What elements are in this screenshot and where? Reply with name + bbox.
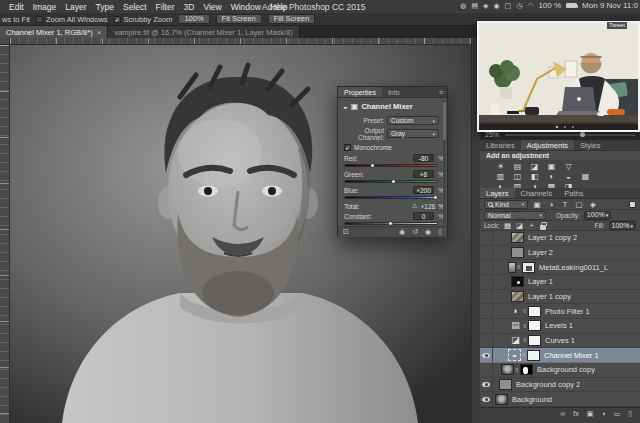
- blue-value-box[interactable]: +200: [413, 186, 434, 194]
- status-icon-4[interactable]: ◉: [493, 2, 499, 10]
- new-group-icon[interactable]: ▭: [614, 410, 621, 418]
- visibility-toggle[interactable]: [480, 334, 493, 348]
- visibility-toggle[interactable]: [480, 392, 493, 406]
- checkbox-icon[interactable]: [36, 16, 43, 23]
- document-tab-active[interactable]: Channel Mixer 1, RGB/8*) ×: [0, 26, 108, 38]
- eye-icon[interactable]: [482, 397, 490, 402]
- new-adjustment-layer-icon[interactable]: ◑: [601, 410, 605, 417]
- eye-icon[interactable]: [482, 353, 490, 358]
- tab-properties[interactable]: Properties: [338, 87, 382, 97]
- tab-libraries[interactable]: Libraries: [480, 140, 521, 150]
- layer-row[interactable]: ▤ ∞ Levels 1: [480, 319, 640, 334]
- layer-row[interactable]: ◗ ∞ Photo Filter 1: [480, 304, 640, 319]
- lock-transparency-icon[interactable]: ▦: [504, 221, 512, 230]
- green-value-box[interactable]: +8: [413, 170, 434, 178]
- channel-mixer-layer-icon[interactable]: ◒: [508, 349, 521, 361]
- layer-row[interactable]: Layer 1 copy: [480, 290, 640, 305]
- visibility-toggle[interactable]: [480, 275, 493, 289]
- visibility-toggle[interactable]: [480, 290, 493, 304]
- hue-saturation-icon[interactable]: ▥: [494, 172, 507, 182]
- tab-info[interactable]: Info: [382, 87, 406, 97]
- layer-mask-thumbnail[interactable]: [528, 320, 541, 331]
- exposure-icon[interactable]: ▣: [545, 162, 558, 172]
- visibility-toggle[interactable]: [480, 304, 493, 318]
- eye-icon[interactable]: [482, 382, 490, 387]
- tab-styles[interactable]: Styles: [574, 140, 606, 150]
- layer-row[interactable]: Layer 1 copy 2: [480, 231, 640, 246]
- close-tab-icon[interactable]: ×: [97, 28, 102, 37]
- color-lookup-icon[interactable]: ▦: [579, 172, 592, 182]
- status-icon-1[interactable]: ◍: [460, 2, 466, 10]
- lock-move-icon[interactable]: +: [528, 221, 536, 230]
- filter-shape-icon[interactable]: ▢: [574, 200, 584, 209]
- output-channel-dropdown[interactable]: Gray ▾: [387, 129, 439, 138]
- menu-item-layer[interactable]: Layer: [65, 2, 86, 12]
- black-white-icon[interactable]: ◧: [528, 172, 541, 182]
- photo-filter-layer-icon[interactable]: ◗: [509, 306, 522, 317]
- document-tab-inactive[interactable]: vampire.tif @ 16,7% (Channel Mixer 1, La…: [108, 26, 300, 38]
- panel-scrollbar[interactable]: [443, 100, 446, 224]
- menu-item-view[interactable]: View: [203, 2, 221, 12]
- layer-thumbnail[interactable]: [511, 232, 524, 243]
- menu-item-3d[interactable]: 3D: [184, 2, 195, 12]
- wifi-icon[interactable]: ◠: [527, 2, 533, 10]
- tweet-share-label[interactable]: Tweet: [607, 22, 627, 29]
- layer-row-selected[interactable]: ◒ ∞ Channel Mixer 1: [480, 348, 640, 363]
- layer-thumbnail[interactable]: [511, 276, 524, 287]
- tab-channels[interactable]: Channels: [515, 188, 559, 198]
- filter-adjustment-icon[interactable]: ◑: [546, 200, 556, 209]
- layer-row[interactable]: Layer 2: [480, 246, 640, 261]
- fill-screen-button[interactable]: Fill Screen: [268, 14, 315, 24]
- preset-dropdown[interactable]: Custom ▾: [387, 116, 439, 125]
- curves-layer-icon[interactable]: ◪: [509, 335, 522, 346]
- vertical-ruler[interactable]: [0, 45, 10, 423]
- reset-icon[interactable]: ↺: [412, 228, 418, 236]
- layer-mask-thumbnail[interactable]: [528, 335, 541, 346]
- red-slider-thumb[interactable]: [370, 163, 375, 168]
- visibility-toggle[interactable]: [480, 231, 493, 245]
- add-layer-mask-icon[interactable]: ▣: [587, 410, 594, 418]
- visibility-toggle[interactable]: [480, 378, 493, 392]
- menu-item-select[interactable]: Select: [123, 2, 147, 12]
- layer-thumbnail[interactable]: [495, 394, 508, 405]
- blue-slider-track[interactable]: [344, 196, 438, 199]
- layer-thumbnail[interactable]: [501, 364, 514, 375]
- levels-icon[interactable]: ▤: [511, 162, 524, 172]
- visibility-eye-icon[interactable]: ◉: [425, 228, 431, 236]
- levels-layer-icon[interactable]: ▤: [509, 320, 522, 331]
- fill-value[interactable]: 100% ▾: [609, 221, 636, 230]
- delete-layer-icon[interactable]: ▯: [628, 410, 632, 418]
- opacity-value[interactable]: 100% ▾: [584, 211, 611, 220]
- filter-smart-object-icon[interactable]: ◈: [588, 200, 598, 209]
- status-icon-6[interactable]: ◷: [516, 2, 522, 10]
- checkbox-checked-icon[interactable]: ✓: [114, 16, 121, 23]
- menu-item-edit[interactable]: Edit: [9, 2, 24, 12]
- green-slider-thumb[interactable]: [391, 179, 396, 184]
- filtering-toggle-icon[interactable]: [629, 201, 636, 208]
- constant-value-box[interactable]: 0: [413, 212, 434, 220]
- delete-adjustment-icon[interactable]: ▯: [438, 228, 442, 236]
- panel-menu-icon[interactable]: ≡: [435, 87, 447, 97]
- layer-row[interactable]: ∞ Background copy: [480, 363, 640, 378]
- layer-row[interactable]: Background copy 2: [480, 378, 640, 393]
- channel-mixer-icon[interactable]: ◒: [562, 172, 575, 182]
- layer-thumbnail[interactable]: [511, 291, 524, 302]
- vibrance-icon[interactable]: ▽: [562, 162, 575, 172]
- menu-item-filter[interactable]: Filter: [156, 2, 175, 12]
- blue-slider-thumb[interactable]: [433, 195, 438, 200]
- fit-screen-button[interactable]: Fit Screen: [216, 14, 262, 24]
- tab-paths[interactable]: Paths: [558, 188, 589, 198]
- lock-paint-icon[interactable]: ◪: [516, 221, 524, 230]
- layer-row[interactable]: ◪ ∞ Curves 1: [480, 334, 640, 349]
- layer-mask-thumbnail[interactable]: [528, 306, 541, 317]
- mask-badge-icon[interactable]: ▣: [351, 102, 359, 111]
- layer-mask-thumbnail[interactable]: [522, 262, 535, 273]
- color-balance-icon[interactable]: ◫: [511, 172, 524, 182]
- red-slider-track[interactable]: [344, 164, 438, 167]
- zoom-100-button[interactable]: 100%: [178, 14, 209, 24]
- monochrome-checkbox[interactable]: ✓: [344, 144, 351, 151]
- layer-icon-thumbnail[interactable]: [508, 262, 516, 273]
- layer-row[interactable]: Layer 1: [480, 275, 640, 290]
- layer-mask-thumbnail[interactable]: [520, 364, 533, 375]
- link-layers-icon[interactable]: ∞: [560, 410, 565, 417]
